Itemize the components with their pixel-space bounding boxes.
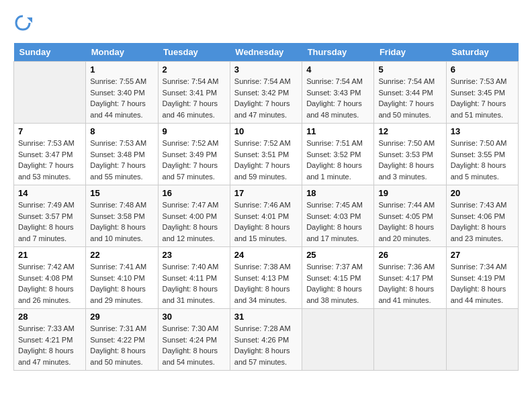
day-cell: 18 Sunrise: 7:45 AMSunset: 4:03 PMDaylig… — [302, 185, 374, 247]
day-info: Sunrise: 7:48 AMSunset: 3:58 PMDaylight:… — [90, 199, 153, 244]
day-cell: 27 Sunrise: 7:34 AMSunset: 4:19 PMDaylig… — [446, 247, 518, 309]
day-number: 1 — [90, 64, 153, 75]
day-cell: 26 Sunrise: 7:36 AMSunset: 4:17 PMDaylig… — [374, 247, 446, 309]
day-number: 15 — [90, 188, 153, 198]
weekday-header-wednesday: Wednesday — [230, 43, 302, 62]
day-info: Sunrise: 7:41 AMSunset: 4:10 PMDaylight:… — [90, 261, 153, 306]
day-info: Sunrise: 7:46 AMSunset: 4:01 PMDaylight:… — [234, 199, 298, 244]
day-cell: 30 Sunrise: 7:30 AMSunset: 4:24 PMDaylig… — [158, 309, 230, 371]
day-number: 6 — [451, 64, 514, 75]
day-info: Sunrise: 7:50 AMSunset: 3:53 PMDaylight:… — [378, 138, 441, 182]
day-cell: 17 Sunrise: 7:46 AMSunset: 4:01 PMDaylig… — [230, 185, 302, 247]
day-number: 22 — [90, 250, 153, 260]
day-info: Sunrise: 7:40 AMSunset: 4:11 PMDaylight:… — [163, 261, 226, 306]
day-info: Sunrise: 7:42 AMSunset: 4:08 PMDaylight:… — [18, 261, 81, 306]
day-info: Sunrise: 7:38 AMSunset: 4:13 PMDaylight:… — [234, 261, 298, 306]
day-cell: 13 Sunrise: 7:50 AMSunset: 3:55 PMDaylig… — [446, 124, 518, 185]
day-number: 9 — [163, 126, 226, 136]
day-info: Sunrise: 7:51 AMSunset: 3:52 PMDaylight:… — [306, 138, 369, 182]
day-info: Sunrise: 7:52 AMSunset: 3:51 PMDaylight:… — [234, 138, 298, 182]
day-cell: 11 Sunrise: 7:51 AMSunset: 3:52 PMDaylig… — [302, 124, 374, 185]
day-info: Sunrise: 7:55 AMSunset: 3:40 PMDaylight:… — [90, 76, 153, 120]
day-number: 23 — [163, 250, 226, 260]
day-cell — [374, 309, 446, 371]
day-cell: 28 Sunrise: 7:33 AMSunset: 4:21 PMDaylig… — [14, 309, 86, 371]
day-info: Sunrise: 7:54 AMSunset: 3:42 PMDaylight:… — [234, 76, 298, 120]
page-header — [13, 13, 519, 32]
day-info: Sunrise: 7:43 AMSunset: 4:06 PMDaylight:… — [451, 199, 514, 244]
day-cell: 23 Sunrise: 7:40 AMSunset: 4:11 PMDaylig… — [158, 247, 230, 309]
day-info: Sunrise: 7:28 AMSunset: 4:26 PMDaylight:… — [234, 323, 298, 367]
day-cell: 5 Sunrise: 7:54 AMSunset: 3:44 PMDayligh… — [374, 62, 446, 124]
day-number: 18 — [306, 188, 369, 198]
day-number: 5 — [378, 64, 441, 75]
day-cell: 20 Sunrise: 7:43 AMSunset: 4:06 PMDaylig… — [446, 185, 518, 247]
day-cell: 9 Sunrise: 7:52 AMSunset: 3:49 PMDayligh… — [158, 124, 230, 185]
day-cell: 14 Sunrise: 7:49 AMSunset: 3:57 PMDaylig… — [14, 185, 86, 247]
day-cell: 25 Sunrise: 7:37 AMSunset: 4:15 PMDaylig… — [302, 247, 374, 309]
header-row: SundayMondayTuesdayWednesdayThursdayFrid… — [14, 43, 519, 62]
day-number: 24 — [234, 250, 298, 260]
week-row-3: 14 Sunrise: 7:49 AMSunset: 3:57 PMDaylig… — [14, 185, 519, 247]
weekday-header-thursday: Thursday — [302, 43, 374, 62]
day-cell: 31 Sunrise: 7:28 AMSunset: 4:26 PMDaylig… — [230, 309, 302, 371]
day-cell: 29 Sunrise: 7:31 AMSunset: 4:22 PMDaylig… — [86, 309, 158, 371]
day-info: Sunrise: 7:45 AMSunset: 4:03 PMDaylight:… — [306, 199, 369, 244]
weekday-header-sunday: Sunday — [14, 43, 86, 62]
day-cell: 3 Sunrise: 7:54 AMSunset: 3:42 PMDayligh… — [230, 62, 302, 124]
logo — [13, 13, 35, 32]
day-info: Sunrise: 7:54 AMSunset: 3:43 PMDaylight:… — [306, 76, 369, 120]
day-number: 14 — [18, 188, 81, 198]
day-cell: 21 Sunrise: 7:42 AMSunset: 4:08 PMDaylig… — [14, 247, 86, 309]
day-info: Sunrise: 7:36 AMSunset: 4:17 PMDaylight:… — [378, 261, 441, 306]
day-number: 17 — [234, 188, 298, 198]
day-number: 2 — [163, 64, 226, 75]
day-number: 20 — [451, 188, 514, 198]
day-cell: 8 Sunrise: 7:53 AMSunset: 3:48 PMDayligh… — [86, 124, 158, 185]
day-number: 28 — [18, 312, 81, 322]
day-info: Sunrise: 7:49 AMSunset: 3:57 PMDaylight:… — [18, 199, 81, 244]
weekday-header-tuesday: Tuesday — [158, 43, 230, 62]
day-number: 21 — [18, 250, 81, 260]
day-number: 10 — [234, 126, 298, 136]
svg-marker-0 — [27, 17, 32, 23]
day-info: Sunrise: 7:53 AMSunset: 3:48 PMDaylight:… — [90, 138, 153, 182]
day-info: Sunrise: 7:47 AMSunset: 4:00 PMDaylight:… — [163, 199, 226, 244]
day-number: 13 — [451, 126, 514, 136]
day-cell: 6 Sunrise: 7:53 AMSunset: 3:45 PMDayligh… — [446, 62, 518, 124]
day-cell: 19 Sunrise: 7:44 AMSunset: 4:05 PMDaylig… — [374, 185, 446, 247]
day-cell: 2 Sunrise: 7:54 AMSunset: 3:41 PMDayligh… — [158, 62, 230, 124]
week-row-4: 21 Sunrise: 7:42 AMSunset: 4:08 PMDaylig… — [14, 247, 519, 309]
day-number: 11 — [306, 126, 369, 136]
day-number: 7 — [18, 126, 81, 136]
day-info: Sunrise: 7:33 AMSunset: 4:21 PMDaylight:… — [18, 323, 81, 367]
day-number: 27 — [451, 250, 514, 260]
day-number: 25 — [306, 250, 369, 260]
day-cell — [446, 309, 518, 371]
day-info: Sunrise: 7:54 AMSunset: 3:41 PMDaylight:… — [163, 76, 226, 120]
day-number: 12 — [378, 126, 441, 136]
week-row-5: 28 Sunrise: 7:33 AMSunset: 4:21 PMDaylig… — [14, 309, 519, 371]
week-row-2: 7 Sunrise: 7:53 AMSunset: 3:47 PMDayligh… — [14, 124, 519, 185]
day-cell: 1 Sunrise: 7:55 AMSunset: 3:40 PMDayligh… — [86, 62, 158, 124]
day-number: 8 — [90, 126, 153, 136]
day-info: Sunrise: 7:31 AMSunset: 4:22 PMDaylight:… — [90, 323, 153, 367]
day-cell — [302, 309, 374, 371]
day-cell: 24 Sunrise: 7:38 AMSunset: 4:13 PMDaylig… — [230, 247, 302, 309]
day-cell: 10 Sunrise: 7:52 AMSunset: 3:51 PMDaylig… — [230, 124, 302, 185]
day-cell: 7 Sunrise: 7:53 AMSunset: 3:47 PMDayligh… — [14, 124, 86, 185]
weekday-header-saturday: Saturday — [446, 43, 518, 62]
day-cell — [14, 62, 86, 124]
day-number: 4 — [306, 64, 369, 75]
day-info: Sunrise: 7:53 AMSunset: 3:47 PMDaylight:… — [18, 138, 81, 182]
day-cell: 12 Sunrise: 7:50 AMSunset: 3:53 PMDaylig… — [374, 124, 446, 185]
day-cell: 22 Sunrise: 7:41 AMSunset: 4:10 PMDaylig… — [86, 247, 158, 309]
day-number: 3 — [234, 64, 298, 75]
day-cell: 16 Sunrise: 7:47 AMSunset: 4:00 PMDaylig… — [158, 185, 230, 247]
day-number: 30 — [163, 312, 226, 322]
day-info: Sunrise: 7:37 AMSunset: 4:15 PMDaylight:… — [306, 261, 369, 306]
day-cell: 15 Sunrise: 7:48 AMSunset: 3:58 PMDaylig… — [86, 185, 158, 247]
day-info: Sunrise: 7:54 AMSunset: 3:44 PMDaylight:… — [378, 76, 441, 120]
day-number: 19 — [378, 188, 441, 198]
day-info: Sunrise: 7:30 AMSunset: 4:24 PMDaylight:… — [163, 323, 226, 367]
